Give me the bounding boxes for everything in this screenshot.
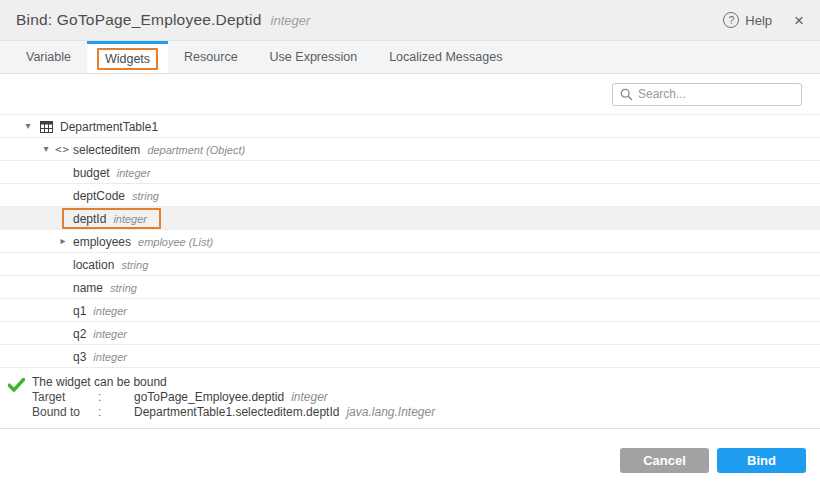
node-label-wrap: locationstring xyxy=(73,253,148,276)
dialog-title: Bind: GoToPage_Employee.Deptid xyxy=(16,11,262,29)
dialog-header: Bind: GoToPage_Employee.Deptid integer ?… xyxy=(0,0,820,41)
node-label: deptId xyxy=(73,212,106,226)
status-message: The widget can be bound xyxy=(0,375,820,390)
node-type: integer xyxy=(117,167,151,179)
node-label: DepartmentTable1 xyxy=(60,120,158,134)
cancel-button[interactable]: Cancel xyxy=(620,448,709,473)
tab-label: Localized Messages xyxy=(389,50,502,64)
object-icon: <> xyxy=(55,138,70,161)
node-label-wrap: deptCodestring xyxy=(73,184,159,207)
tab-label: Variable xyxy=(26,50,71,64)
search-box[interactable] xyxy=(612,83,802,106)
table-icon xyxy=(40,115,53,138)
node-label-wrap: selecteditemdepartment (Object) xyxy=(73,138,245,161)
tree-row-selecteditem[interactable]: ▾<>selecteditemdepartment (Object) xyxy=(0,138,820,161)
tab-label: Use Expression xyxy=(270,50,358,64)
tree-row-q2[interactable]: q2integer xyxy=(0,322,820,345)
tab-strip: VariableWidgetsResourceUse ExpressionLoc… xyxy=(0,41,820,74)
tree-row-employees[interactable]: ▸employeesemployee (List) xyxy=(0,230,820,253)
tree-row-q1[interactable]: q1integer xyxy=(0,299,820,322)
dialog-title-type: integer xyxy=(271,13,311,28)
tab-localized-messages[interactable]: Localized Messages xyxy=(373,41,518,73)
help-label: Help xyxy=(745,13,772,28)
node-type: string xyxy=(121,259,148,271)
node-label: q3 xyxy=(73,350,86,364)
node-type: string xyxy=(110,282,137,294)
search-icon xyxy=(620,88,633,101)
node-label: name xyxy=(73,281,103,295)
node-label: deptCode xyxy=(73,189,125,203)
status-value-type: integer xyxy=(291,390,328,405)
node-label-wrap: q3integer xyxy=(73,345,127,368)
tree-row-q3[interactable]: q3integer xyxy=(0,345,820,368)
node-label: q1 xyxy=(73,304,86,318)
node-label: employees xyxy=(73,235,131,249)
binding-tree: ▾DepartmentTable1▾<>selecteditemdepartme… xyxy=(0,114,820,368)
tab-resource[interactable]: Resource xyxy=(168,41,254,73)
tree-row-deptId[interactable]: deptIdinteger xyxy=(0,207,820,230)
caret-right-icon[interactable]: ▸ xyxy=(57,230,69,252)
tree-row-location[interactable]: locationstring xyxy=(0,253,820,276)
node-type: string xyxy=(132,190,159,202)
status-value: goToPage_Employee.deptid xyxy=(134,390,284,405)
search-input[interactable] xyxy=(638,87,794,101)
tab-widgets[interactable]: Widgets xyxy=(87,41,168,73)
tab-label: Resource xyxy=(184,50,238,64)
check-icon xyxy=(8,378,25,392)
node-type: integer xyxy=(93,351,127,363)
node-label-wrap: DepartmentTable1 xyxy=(60,115,158,138)
node-type: integer xyxy=(113,213,147,225)
status-row-bound-to: Bound to:DepartmentTable1.selecteditem.d… xyxy=(0,405,820,420)
node-label: selecteditem xyxy=(73,143,140,157)
bind-button[interactable]: Bind xyxy=(717,448,806,473)
node-label: location xyxy=(73,258,114,272)
node-label: q2 xyxy=(73,327,86,341)
status-row-target: Target:goToPage_Employee.deptidinteger xyxy=(0,390,820,405)
search-row xyxy=(0,74,820,114)
tree-row-name[interactable]: namestring xyxy=(0,276,820,299)
tab-label: Widgets xyxy=(97,48,158,70)
node-label-wrap: q1integer xyxy=(73,299,127,322)
status-value: DepartmentTable1.selecteditem.deptId xyxy=(134,405,339,420)
node-label-wrap: budgetinteger xyxy=(73,161,150,184)
status-value-type: java.lang.Integer xyxy=(346,405,435,420)
node-type: integer xyxy=(93,305,127,317)
bind-status: The widget can be bound Target:goToPage_… xyxy=(0,368,820,429)
caret-down-icon[interactable]: ▾ xyxy=(40,138,52,160)
annotation-box: deptIdinteger xyxy=(62,208,161,229)
tab-use-expression[interactable]: Use Expression xyxy=(254,41,374,73)
node-label-wrap: namestring xyxy=(73,276,137,299)
node-label: budget xyxy=(73,166,110,180)
node-type: department (Object) xyxy=(147,144,245,156)
status-colon: : xyxy=(98,405,134,420)
status-label: Bound to xyxy=(0,405,98,420)
status-label: Target xyxy=(0,390,98,405)
close-icon[interactable]: × xyxy=(794,12,804,29)
node-label-wrap: employeesemployee (List) xyxy=(73,230,213,253)
tree-row-budget[interactable]: budgetinteger xyxy=(0,161,820,184)
caret-down-icon[interactable]: ▾ xyxy=(22,115,34,137)
tab-variable[interactable]: Variable xyxy=(10,41,87,73)
help-icon: ? xyxy=(723,12,739,28)
status-colon: : xyxy=(98,390,134,405)
node-type: employee (List) xyxy=(138,236,213,248)
help-button[interactable]: ? Help xyxy=(723,12,772,28)
tree-row-deptCode[interactable]: deptCodestring xyxy=(0,184,820,207)
node-label-wrap: q2integer xyxy=(73,322,127,345)
node-type: integer xyxy=(93,328,127,340)
tree-row-DepartmentTable1[interactable]: ▾DepartmentTable1 xyxy=(0,115,820,138)
button-bar: Cancel Bind xyxy=(0,431,820,487)
